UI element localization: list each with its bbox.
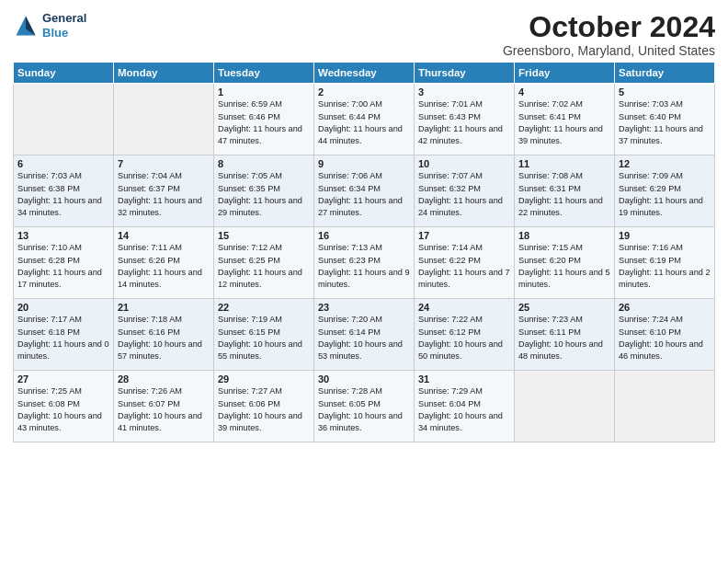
day-info: Sunrise: 7:22 AMSunset: 6:12 PMDaylight:… [418, 314, 510, 362]
calendar-cell: 23Sunrise: 7:20 AMSunset: 6:14 PMDayligh… [314, 299, 415, 371]
calendar-table: Sunday Monday Tuesday Wednesday Thursday… [13, 62, 715, 442]
daylight-text: Daylight: 11 hours and 24 minutes. [418, 195, 510, 220]
calendar-cell: 6Sunrise: 7:03 AMSunset: 6:38 PMDaylight… [14, 155, 114, 227]
calendar-cell: 19Sunrise: 7:16 AMSunset: 6:19 PMDayligh… [615, 227, 715, 299]
month-title: October 2024 [503, 11, 715, 43]
calendar-cell: 14Sunrise: 7:11 AMSunset: 6:26 PMDayligh… [114, 227, 214, 299]
week-row-4: 20Sunrise: 7:17 AMSunset: 6:18 PMDayligh… [14, 299, 715, 371]
col-thursday: Thursday [415, 63, 515, 84]
daylight-text: Daylight: 11 hours and 0 minutes. [17, 339, 109, 363]
sunset-text: Sunset: 6:12 PM [418, 327, 510, 339]
daylight-text: Daylight: 11 hours and 44 minutes. [318, 123, 410, 148]
week-row-5: 27Sunrise: 7:25 AMSunset: 6:08 PMDayligh… [14, 371, 715, 442]
logo: General Blue [13, 11, 86, 40]
day-number: 21 [118, 302, 210, 313]
day-info: Sunrise: 7:19 AMSunset: 6:15 PMDaylight:… [218, 314, 310, 362]
day-number: 27 [17, 373, 109, 385]
sunrise-text: Sunrise: 7:18 AM [118, 314, 210, 326]
daylight-text: Daylight: 10 hours and 48 minutes. [518, 339, 610, 363]
calendar-cell: 28Sunrise: 7:26 AMSunset: 6:07 PMDayligh… [114, 371, 214, 442]
week-row-3: 13Sunrise: 7:10 AMSunset: 6:28 PMDayligh… [14, 227, 715, 299]
day-info: Sunrise: 7:03 AMSunset: 6:38 PMDaylight:… [17, 170, 109, 219]
logo-icon [13, 13, 39, 39]
day-number: 19 [619, 230, 711, 241]
calendar-cell: 5Sunrise: 7:03 AMSunset: 6:40 PMDaylight… [615, 84, 715, 155]
sunrise-text: Sunrise: 7:29 AM [418, 385, 510, 397]
daylight-text: Daylight: 11 hours and 9 minutes. [318, 267, 410, 292]
daylight-text: Daylight: 10 hours and 46 minutes. [619, 339, 711, 363]
calendar-cell: 26Sunrise: 7:24 AMSunset: 6:10 PMDayligh… [615, 299, 715, 371]
sunrise-text: Sunrise: 7:14 AM [418, 242, 510, 254]
day-info: Sunrise: 7:29 AMSunset: 6:04 PMDaylight:… [418, 385, 510, 434]
calendar-cell: 29Sunrise: 7:27 AMSunset: 6:06 PMDayligh… [214, 371, 314, 442]
daylight-text: Daylight: 11 hours and 34 minutes. [17, 195, 109, 220]
calendar-cell: 11Sunrise: 7:08 AMSunset: 6:31 PMDayligh… [515, 155, 615, 227]
sunrise-text: Sunrise: 7:00 AM [318, 98, 410, 110]
day-info: Sunrise: 7:23 AMSunset: 6:11 PMDaylight:… [518, 314, 610, 362]
col-wednesday: Wednesday [314, 63, 415, 84]
sunrise-text: Sunrise: 7:11 AM [118, 242, 210, 254]
col-sunday: Sunday [14, 63, 114, 84]
col-friday: Friday [515, 63, 615, 84]
day-number: 26 [619, 302, 711, 313]
sunset-text: Sunset: 6:23 PM [318, 255, 410, 267]
calendar-cell: 30Sunrise: 7:28 AMSunset: 6:05 PMDayligh… [314, 371, 415, 442]
sunrise-text: Sunrise: 7:08 AM [518, 170, 610, 182]
sunset-text: Sunset: 6:16 PM [118, 327, 210, 339]
calendar-cell: 15Sunrise: 7:12 AMSunset: 6:25 PMDayligh… [214, 227, 314, 299]
calendar-cell: 2Sunrise: 7:00 AMSunset: 6:44 PMDaylight… [314, 84, 415, 155]
sunrise-text: Sunrise: 7:17 AM [17, 314, 109, 326]
sunset-text: Sunset: 6:32 PM [418, 183, 510, 195]
day-info: Sunrise: 7:07 AMSunset: 6:32 PMDaylight:… [418, 170, 510, 219]
day-info: Sunrise: 7:24 AMSunset: 6:10 PMDaylight:… [619, 314, 711, 362]
calendar-cell: 10Sunrise: 7:07 AMSunset: 6:32 PMDayligh… [415, 155, 515, 227]
sunset-text: Sunset: 6:44 PM [318, 111, 410, 123]
day-info: Sunrise: 7:25 AMSunset: 6:08 PMDaylight:… [17, 385, 109, 434]
sunset-text: Sunset: 6:07 PM [118, 398, 210, 410]
calendar-cell [114, 84, 214, 155]
day-info: Sunrise: 7:00 AMSunset: 6:44 PMDaylight:… [318, 98, 410, 147]
sunset-text: Sunset: 6:15 PM [218, 327, 310, 339]
day-info: Sunrise: 7:14 AMSunset: 6:22 PMDaylight:… [418, 242, 510, 291]
sunset-text: Sunset: 6:14 PM [318, 327, 410, 339]
day-info: Sunrise: 7:08 AMSunset: 6:31 PMDaylight:… [518, 170, 610, 219]
sunrise-text: Sunrise: 7:28 AM [318, 385, 410, 397]
day-number: 3 [418, 86, 510, 98]
day-info: Sunrise: 7:18 AMSunset: 6:16 PMDaylight:… [118, 314, 210, 362]
sunrise-text: Sunrise: 7:10 AM [17, 242, 109, 254]
day-number: 7 [118, 158, 210, 169]
day-info: Sunrise: 7:12 AMSunset: 6:25 PMDaylight:… [218, 242, 310, 291]
day-info: Sunrise: 7:01 AMSunset: 6:43 PMDaylight:… [418, 98, 510, 147]
day-number: 9 [318, 158, 410, 169]
sunset-text: Sunset: 6:31 PM [518, 183, 610, 195]
sunset-text: Sunset: 6:06 PM [218, 398, 310, 410]
day-number: 22 [218, 302, 310, 313]
calendar-cell: 22Sunrise: 7:19 AMSunset: 6:15 PMDayligh… [214, 299, 314, 371]
daylight-text: Daylight: 11 hours and 7 minutes. [418, 267, 510, 292]
day-info: Sunrise: 7:26 AMSunset: 6:07 PMDaylight:… [118, 385, 210, 434]
daylight-text: Daylight: 11 hours and 47 minutes. [218, 123, 310, 148]
calendar-cell: 3Sunrise: 7:01 AMSunset: 6:43 PMDaylight… [415, 84, 515, 155]
day-info: Sunrise: 7:20 AMSunset: 6:14 PMDaylight:… [318, 314, 410, 362]
sunrise-text: Sunrise: 7:02 AM [518, 98, 610, 110]
calendar-cell: 24Sunrise: 7:22 AMSunset: 6:12 PMDayligh… [415, 299, 515, 371]
day-number: 16 [318, 230, 410, 241]
day-info: Sunrise: 7:06 AMSunset: 6:34 PMDaylight:… [318, 170, 410, 219]
calendar-cell: 4Sunrise: 7:02 AMSunset: 6:41 PMDaylight… [515, 84, 615, 155]
logo-text: General Blue [42, 11, 86, 40]
day-number: 20 [17, 302, 109, 313]
day-number: 8 [218, 158, 310, 169]
day-info: Sunrise: 7:15 AMSunset: 6:20 PMDaylight:… [518, 242, 610, 291]
day-info: Sunrise: 7:28 AMSunset: 6:05 PMDaylight:… [318, 385, 410, 434]
daylight-text: Daylight: 11 hours and 22 minutes. [518, 195, 610, 220]
day-info: Sunrise: 7:09 AMSunset: 6:29 PMDaylight:… [619, 170, 711, 219]
logo-line1: General [42, 11, 86, 25]
calendar-cell: 25Sunrise: 7:23 AMSunset: 6:11 PMDayligh… [515, 299, 615, 371]
sunset-text: Sunset: 6:18 PM [17, 327, 109, 339]
col-saturday: Saturday [615, 63, 715, 84]
sunset-text: Sunset: 6:41 PM [518, 111, 610, 123]
header: General Blue October 2024 Greensboro, Ma… [13, 11, 715, 58]
week-row-1: 1Sunrise: 6:59 AMSunset: 6:46 PMDaylight… [14, 84, 715, 155]
sunset-text: Sunset: 6:05 PM [318, 398, 410, 410]
sunrise-text: Sunrise: 7:06 AM [318, 170, 410, 182]
